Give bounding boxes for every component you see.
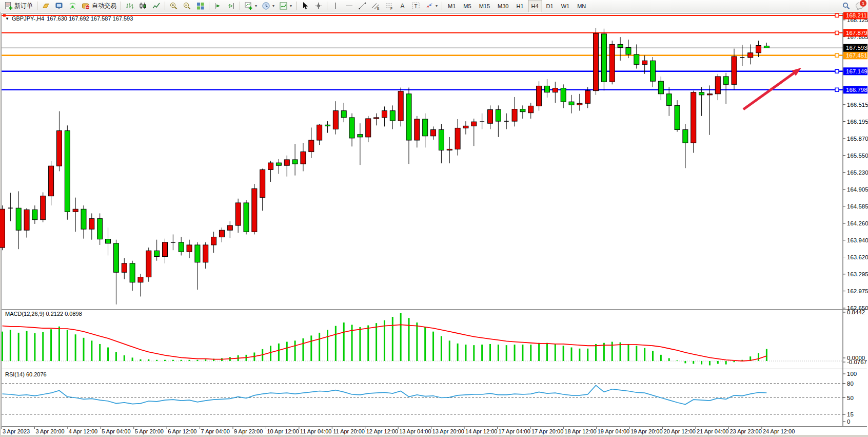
fibonacci-button[interactable]: F [383, 0, 396, 12]
date-label: 21 Apr 04:00 [697, 428, 728, 434]
macd-histogram-bar [530, 345, 531, 361]
macd-histogram-bar [725, 361, 727, 365]
candlestick-button[interactable] [136, 0, 149, 12]
chart-shift-icon [227, 2, 235, 10]
timeframe-w1[interactable]: W1 [558, 0, 574, 13]
candle [569, 102, 574, 105]
date-label: 17 Apr 04:00 [498, 428, 530, 434]
timeframe-m15[interactable]: M15 [476, 0, 494, 13]
new-order-button[interactable]: 新订单 [2, 0, 35, 12]
dropdown-caret-icon[interactable]: ▾ [290, 4, 292, 8]
cursor-icon [301, 2, 309, 10]
line-handle-icon[interactable] [835, 69, 839, 73]
text-label-button[interactable]: T [409, 0, 422, 12]
auto-scroll-button[interactable] [211, 0, 224, 12]
line-handle-icon[interactable] [835, 13, 839, 17]
chart-shift-button[interactable] [225, 0, 238, 12]
zoom-in-icon [169, 2, 178, 10]
timeframe-m5-label: M5 [463, 3, 471, 9]
crosshair-button[interactable] [312, 0, 325, 12]
horizontal-line-button[interactable] [343, 0, 356, 12]
new-chart-button[interactable]: ▾ [242, 0, 259, 12]
price-tick-label: 166.195 [847, 119, 868, 125]
cursor-button[interactable] [299, 0, 311, 12]
trendline-button[interactable] [356, 0, 369, 12]
macd-histogram-bar [579, 349, 580, 361]
svg-text:A: A [401, 3, 405, 10]
macd-histogram-bar [115, 352, 117, 361]
indicators-button[interactable]: ▾ [277, 0, 294, 12]
macd-histogram-bar [140, 359, 141, 361]
toolbar: 新订单自动交易▾▾▾EFAT▾M1M5M15M30H1H4D1W1MN1 [0, 0, 868, 12]
macd-histogram-bar [310, 335, 312, 361]
macd-histogram-bar [156, 360, 157, 361]
dropdown-caret-icon[interactable]: ▾ [436, 4, 438, 8]
toolbar-separator [165, 2, 165, 10]
search-button[interactable] [840, 0, 853, 12]
macd-histogram-bar [538, 343, 540, 361]
tile-windows-button[interactable] [194, 0, 207, 12]
candle [398, 91, 403, 121]
price-chart[interactable]: 168.125167.805166.515166.195165.870165.5… [0, 12, 868, 437]
period-button[interactable]: ▾ [260, 0, 277, 12]
macd-histogram-bar [709, 361, 711, 365]
price-badge-label: 167.451 [846, 52, 867, 59]
macd-histogram-bar [302, 338, 304, 361]
vertical-line-button[interactable] [329, 0, 342, 12]
macd-histogram-bar [652, 351, 654, 361]
rsi-axis-label: 50 [847, 395, 854, 401]
candle [179, 242, 184, 252]
line-handle-icon[interactable] [835, 31, 839, 35]
equidistant-channel-button[interactable]: E [369, 0, 382, 12]
candle [431, 130, 436, 136]
macd-histogram-bar [327, 330, 328, 361]
line-handle-icon[interactable] [835, 88, 839, 91]
timeframe-h1[interactable]: H1 [512, 0, 527, 13]
autotrading-button-label: 自动交易 [92, 2, 116, 10]
timeframe-d1[interactable]: D1 [543, 0, 557, 13]
candle [284, 160, 289, 165]
candle [634, 54, 639, 64]
line-chart-button[interactable] [150, 0, 163, 12]
macd-histogram-bar [766, 349, 767, 361]
chat-button[interactable]: 1 [853, 0, 866, 12]
candle [601, 34, 606, 82]
autotrading-button[interactable]: 自动交易 [80, 0, 119, 12]
arrows-button[interactable]: ▾ [423, 0, 440, 12]
macd-histogram-bar [189, 360, 190, 361]
timeframe-m5[interactable]: M5 [460, 0, 475, 13]
candle [650, 61, 656, 81]
date-label: 13 Apr 20:00 [432, 428, 464, 434]
date-label: 4 Apr 12:00 [69, 428, 97, 434]
macd-histogram-bar [10, 330, 11, 361]
candle [585, 91, 590, 104]
zoom-in-button[interactable] [167, 0, 180, 12]
community-button[interactable] [53, 0, 66, 12]
tile-windows-icon [196, 2, 205, 10]
timeframe-mn[interactable]: MN [574, 0, 589, 13]
candle [32, 210, 37, 219]
candle [97, 219, 103, 239]
candle [106, 239, 111, 243]
dropdown-caret-icon[interactable]: ▾ [272, 4, 274, 8]
bar-chart-button[interactable] [123, 0, 136, 12]
auto-scroll-icon [213, 2, 222, 10]
candle [122, 263, 127, 272]
line-handle-icon[interactable] [3, 14, 6, 16]
timeframe-m1[interactable]: M1 [444, 0, 459, 13]
timeframe-h4[interactable]: H4 [528, 0, 542, 13]
line-handle-icon[interactable] [835, 53, 839, 57]
candle [748, 53, 753, 58]
macd-histogram-bar [58, 327, 60, 361]
zoom-out-button[interactable] [181, 0, 193, 12]
candle [341, 111, 346, 118]
candle [252, 188, 257, 232]
rsi-axis-label: 15 [847, 411, 854, 417]
signals-button[interactable] [66, 0, 79, 12]
text-button[interactable]: A [396, 0, 409, 12]
dropdown-caret-icon[interactable]: ▾ [255, 4, 257, 8]
market-watch-button[interactable] [40, 0, 52, 12]
timeframe-m30[interactable]: M30 [494, 0, 512, 13]
macd-histogram-bar [75, 334, 76, 361]
status-strip [0, 435, 868, 437]
